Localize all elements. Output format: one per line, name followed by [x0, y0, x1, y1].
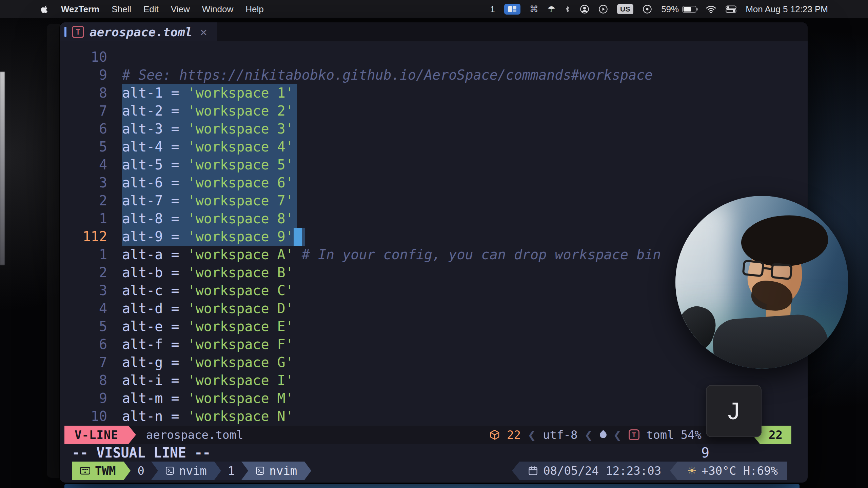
token-fg: alt-8 =	[122, 211, 188, 226]
menubar-clock[interactable]: Mon Aug 5 12:23 PM	[746, 4, 828, 15]
line-number: 4	[60, 300, 117, 318]
tmux-window-1[interactable]: nvim	[248, 462, 304, 480]
editor-line[interactable]: 9# See: https://nikitabobko.github.io/Ae…	[60, 66, 808, 84]
terminal-icon	[256, 466, 264, 475]
pending-keys: 9	[701, 445, 709, 461]
input-source-badge[interactable]: US	[617, 4, 633, 14]
token-string: 'workspace N'	[188, 408, 294, 424]
menu-view[interactable]: View	[171, 4, 190, 15]
gauge-icon[interactable]	[643, 4, 652, 14]
tmux-window-0[interactable]: nvim	[158, 462, 214, 480]
editor-line[interactable]: 5alt-4 = 'workspace 4'	[60, 138, 808, 156]
tmux-window-0-name: nvim	[179, 464, 207, 477]
line-number: 6	[60, 336, 117, 353]
tab-active-indicator	[64, 27, 66, 37]
token-fg: alt-6 =	[122, 175, 188, 190]
umbrella-icon[interactable]: ☂	[548, 4, 555, 15]
keystroke-overlay: J	[706, 385, 762, 437]
editor-line[interactable]: 4alt-5 = 'workspace 5'	[60, 156, 808, 174]
command-key-icon[interactable]: ⌘	[530, 4, 538, 15]
pressed-key: J	[728, 398, 740, 425]
editor-line[interactable]: 7alt-g = 'workspace G'	[60, 353, 808, 371]
line-number: 10	[60, 407, 117, 425]
statusline-filename: aerospace.toml	[136, 426, 254, 444]
battery-status[interactable]: 59%	[661, 4, 696, 15]
menu-window[interactable]: Window	[202, 4, 233, 15]
editor-line[interactable]: 7alt-2 = 'workspace 2'	[60, 102, 808, 120]
token-fg: alt-m =	[122, 390, 188, 406]
line-number: 9	[60, 389, 117, 407]
editor-line[interactable]: 8alt-1 = 'workspace 1'	[60, 84, 808, 102]
sun-icon: ☀	[687, 464, 697, 477]
glasses-lens	[770, 263, 793, 280]
tmux-session[interactable]: TWM	[72, 462, 124, 480]
editor-line[interactable]: 6alt-3 = 'workspace 3'	[60, 120, 808, 138]
bluetooth-icon[interactable]	[565, 4, 571, 14]
line-number: 4	[60, 156, 117, 174]
editor-line[interactable]: 3alt-6 = 'workspace 6'	[60, 174, 808, 192]
session-name: TWM	[95, 464, 116, 477]
line-number: 9	[60, 66, 117, 84]
code-text: alt-3 = 'workspace 3'	[122, 120, 297, 138]
code-text: alt-9 = 'workspace 9'	[122, 228, 305, 246]
line-number: 2	[60, 264, 117, 282]
package-icon	[489, 429, 500, 440]
editor-line[interactable]: 6alt-f = 'workspace F'	[60, 336, 808, 353]
line-number: 6	[60, 120, 117, 138]
code-text: alt-c = 'workspace C'	[122, 282, 294, 300]
editor-line[interactable]: 9alt-m = 'workspace M'	[60, 389, 808, 407]
tab-close-button[interactable]: ×	[200, 25, 207, 39]
tmux-window-0-index[interactable]: 0	[131, 462, 151, 480]
line-number: 8	[60, 84, 117, 102]
powerline-separator-icon	[512, 462, 519, 480]
tiling-wm-icon[interactable]	[504, 4, 520, 15]
line-number: 5	[60, 138, 117, 156]
tmux-window-1-index[interactable]: 1	[221, 462, 241, 480]
line-number: 2	[60, 192, 117, 210]
user-account-icon[interactable]	[580, 4, 589, 14]
powerline-separator-icon	[304, 462, 311, 480]
token-fg: alt-2 =	[122, 103, 188, 119]
token-fg: alt-9 =	[122, 229, 188, 244]
wifi-icon[interactable]	[706, 5, 716, 14]
menubar-app-name[interactable]: WezTerm	[61, 4, 99, 15]
tmux-statusbar: TWM 0 nvim 1 nvim	[72, 462, 787, 480]
editor-line[interactable]: 8alt-i = 'workspace I'	[60, 371, 808, 389]
tab-aerospace-toml[interactable]: T aerospace.toml ×	[60, 22, 217, 41]
token-fg: alt-5 =	[122, 157, 188, 172]
token-fg: alt-e =	[122, 319, 188, 334]
code-text: alt-4 = 'workspace 4'	[122, 138, 297, 156]
powerline-separator-icon	[129, 426, 136, 444]
token-string: 'workspace 5'	[188, 157, 294, 172]
workspace-indicator: 1	[490, 4, 495, 14]
menu-edit[interactable]: Edit	[143, 4, 159, 15]
editor-line[interactable]: 10	[60, 48, 808, 66]
editor-line[interactable]: 1alt-8 = 'workspace 8'	[60, 210, 808, 228]
token-string: 'workspace D'	[188, 301, 294, 316]
play-icon[interactable]	[598, 4, 608, 14]
battery-icon	[682, 6, 696, 13]
code-text: alt-m = 'workspace M'	[122, 389, 294, 407]
code-text: alt-e = 'workspace E'	[122, 318, 294, 336]
menu-shell[interactable]: Shell	[112, 4, 131, 15]
token-string: 'workspace I'	[188, 372, 294, 388]
code-text: alt-d = 'workspace D'	[122, 300, 294, 318]
apple-menu-icon[interactable]	[41, 4, 49, 14]
token-fg: alt-n =	[122, 408, 188, 424]
mode-indicator: V-LINE	[64, 426, 129, 444]
token-fg: alt-3 =	[122, 121, 188, 137]
tmux-right: 08/05/24 12:23:03 ☀ +30°C H:69%	[512, 462, 787, 480]
editor-line[interactable]: 2alt-7 = 'workspace 7'	[60, 192, 808, 210]
line-number: 7	[60, 353, 117, 371]
code-text: alt-f = 'workspace F'	[122, 336, 294, 353]
powerline-separator-icon	[241, 462, 248, 480]
line-number: 8	[60, 371, 117, 389]
menu-help[interactable]: Help	[245, 4, 263, 15]
line-number: 3	[60, 282, 117, 300]
tmux-window-1-name: nvim	[269, 464, 297, 477]
token-string: 'workspace 7'	[188, 193, 294, 208]
control-center-icon[interactable]	[726, 5, 736, 13]
section-separator-icon: ❮	[613, 429, 622, 441]
glasses-bridge	[763, 267, 772, 270]
editor-line[interactable]: 10alt-n = 'workspace N'	[60, 407, 808, 425]
